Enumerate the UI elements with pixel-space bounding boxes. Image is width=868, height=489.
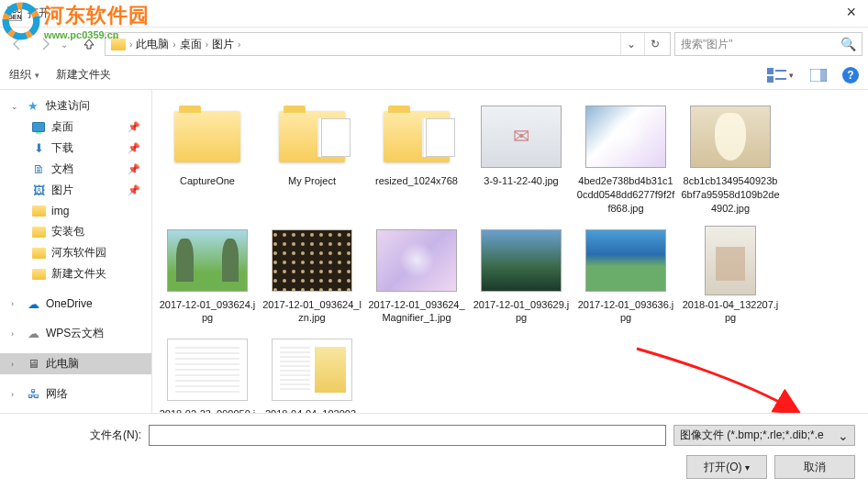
preview-pane-button[interactable] [804, 65, 833, 85]
sidebar-item-desktop[interactable]: 桌面📌 [0, 117, 151, 138]
image-thumbnail [376, 229, 457, 292]
sidebar-item-folder[interactable]: 新建文件夹 [0, 263, 151, 284]
svg-rect-2 [767, 68, 773, 74]
search-icon: 🔍 [840, 37, 856, 51]
file-item[interactable]: 2018-02-23_090050.jpg [156, 330, 259, 413]
file-item[interactable]: 3-9-11-22-40.jpg [470, 97, 573, 219]
file-name: 2018-02-23_090050.jpg [158, 407, 257, 413]
refresh-icon[interactable]: ↻ [644, 33, 664, 55]
chevron-right-icon: › [11, 360, 20, 369]
pin-icon: 📌 [128, 121, 140, 133]
sidebar-network[interactable]: ›🖧网络 [0, 383, 151, 405]
chevron-right-icon: › [206, 39, 208, 50]
file-item[interactable]: 2017-12-01_093636.jpg [574, 221, 677, 329]
chevron-right-icon: › [172, 39, 175, 50]
search-placeholder: 搜索"图片" [681, 37, 733, 52]
folder-icon [31, 246, 46, 261]
folder-icon [384, 111, 450, 162]
image-thumbnail [167, 339, 248, 401]
sidebar-item-folder[interactable]: 安装包 [0, 221, 151, 242]
file-name: 4bed2e738bd4b31c10cdd0548dd6277f9f2ff868… [576, 174, 675, 216]
help-icon[interactable]: ? [842, 67, 859, 83]
image-thumbnail [272, 229, 352, 292]
file-name: 2018-04-04_102003.png [262, 407, 362, 413]
chevron-right-icon: › [11, 329, 20, 339]
svg-rect-5 [775, 78, 786, 80]
folder-icon [279, 111, 345, 162]
search-input[interactable]: 搜索"图片" 🔍 [674, 32, 862, 56]
chevron-down-icon: ⌄ [11, 102, 20, 111]
nav-history-dropdown[interactable]: ⌄ [61, 39, 73, 50]
file-name: 2017-12-01_093629.jpg [472, 298, 571, 326]
file-item[interactable]: 4bed2e738bd4b31c10cdd0548dd6277f9f2ff868… [574, 97, 677, 219]
sidebar-wps[interactable]: ›☁WPS云文档 [0, 323, 151, 344]
image-thumbnail [585, 229, 666, 292]
svg-rect-7 [820, 69, 827, 82]
new-folder-button[interactable]: 新建文件夹 [56, 67, 111, 83]
sidebar-item-pictures[interactable]: 🖼图片📌 [0, 180, 151, 201]
file-item[interactable]: 2018-04-04_102003.png [261, 330, 363, 413]
file-item[interactable]: 8cb1cb1349540923b6bf7a95958d109b2de4902.… [679, 97, 782, 219]
breadcrumb-root[interactable]: 此电脑 [136, 37, 169, 52]
cancel-button[interactable]: 取消 [774, 455, 855, 479]
close-icon[interactable]: × [839, 3, 863, 22]
open-button[interactable]: 打开(O) ▾ [686, 455, 767, 479]
pin-icon: 📌 [128, 142, 140, 154]
filename-input[interactable] [149, 425, 666, 446]
breadcrumb-item[interactable]: 图片 [212, 37, 234, 52]
file-name: 3-9-11-22-40.jpg [484, 174, 558, 188]
file-item[interactable]: 2017-12-01_093629.jpg [470, 221, 573, 329]
filetype-filter-dropdown[interactable]: 图像文件 (*.bmp;*.rle;*.dib;*.e [673, 425, 855, 446]
sidebar-item-documents[interactable]: 🗎文档📌 [0, 159, 151, 180]
onedrive-icon: ☁ [26, 296, 40, 311]
network-icon: 🖧 [26, 387, 40, 402]
chevron-right-icon: › [129, 39, 132, 50]
file-item[interactable]: 2017-12-01_093624.jpg [156, 221, 259, 329]
file-name: 8cb1cb1349540923b6bf7a95958d109b2de4902.… [681, 174, 780, 216]
nav-up-button[interactable] [77, 32, 101, 56]
organize-button[interactable]: 组织▾ [9, 67, 39, 83]
app-icon: ASC GEN [7, 6, 22, 21]
nav-back-button[interactable] [6, 32, 29, 56]
sidebar-item-downloads[interactable]: ⬇下载📌 [0, 138, 151, 159]
file-item[interactable]: CaptureOne [156, 97, 259, 219]
sidebar-quick-access[interactable]: ⌄★快速访问 [0, 95, 151, 117]
file-name: 2017-12-01_093624.jpg [158, 298, 257, 326]
folder-icon [31, 267, 46, 282]
address-dropdown[interactable]: ⌄ [620, 33, 640, 55]
document-icon: 🗎 [31, 162, 46, 177]
folder-icon [111, 39, 126, 50]
file-item[interactable]: 2018-01-04_132207.jpg [679, 221, 782, 329]
sidebar-item-folder[interactable]: 河东软件园 [0, 242, 151, 263]
image-thumbnail [481, 106, 562, 168]
nav-forward-button[interactable] [33, 32, 57, 56]
sidebar: ⌄★快速访问 桌面📌 ⬇下载📌 🗎文档📌 🖼图片📌 img 安装包 河东软件园 … [0, 90, 152, 413]
file-item[interactable]: 2017-12-01_093624_Magnifier_1.jpg [365, 221, 468, 329]
window-title: 打开 [28, 6, 50, 21]
image-thumbnail [705, 226, 756, 295]
file-item[interactable]: resized_1024x768 [365, 97, 468, 219]
breadcrumb-item[interactable]: 桌面 [180, 37, 202, 52]
image-thumbnail [481, 229, 562, 292]
desktop-icon [31, 120, 46, 135]
file-item[interactable]: My Project [261, 97, 363, 219]
file-name: My Project [288, 174, 336, 188]
sidebar-item-folder[interactable]: img [0, 201, 151, 221]
filename-label: 文件名(N): [13, 428, 141, 443]
view-mode-button[interactable]: ▾ [765, 65, 795, 85]
file-name: 2017-12-01_093624_Magnifier_1.jpg [367, 298, 466, 326]
sidebar-this-pc[interactable]: ›🖥此电脑 [0, 353, 151, 374]
chevron-right-icon: › [11, 390, 20, 399]
chevron-right-icon: › [238, 39, 240, 50]
chevron-down-icon: ▾ [35, 71, 39, 80]
breadcrumb-bar[interactable]: › 此电脑 › 桌面 › 图片 › ⌄ ↻ [105, 32, 671, 56]
file-item[interactable]: 2017-12-01_093624_lzn.jpg [261, 221, 363, 329]
wps-icon: ☁ [26, 327, 40, 341]
folder-icon [31, 225, 46, 239]
svg-rect-3 [775, 70, 786, 72]
file-name: CaptureOne [180, 174, 235, 188]
sidebar-onedrive[interactable]: ›☁OneDrive [0, 294, 151, 314]
svg-rect-4 [767, 76, 773, 83]
image-thumbnail [272, 339, 352, 401]
image-thumbnail [585, 106, 666, 168]
